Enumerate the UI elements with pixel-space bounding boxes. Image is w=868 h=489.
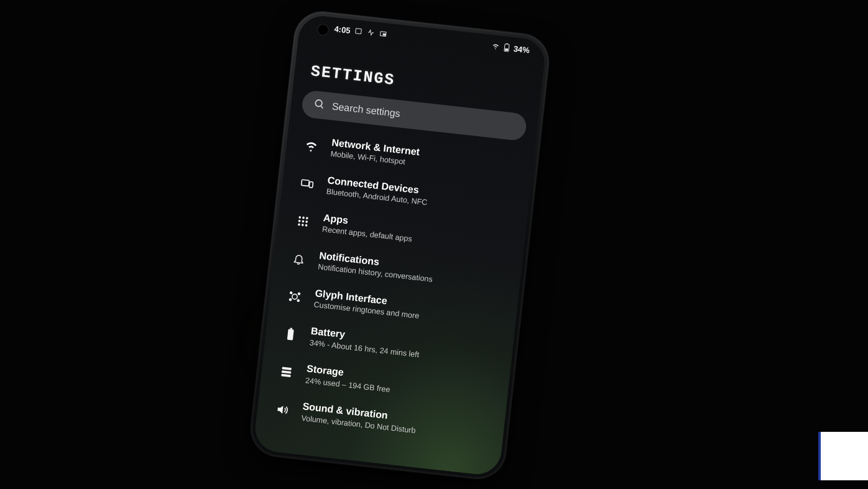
- bell-icon: [289, 249, 308, 268]
- status-bar-left: 4:05: [334, 24, 388, 39]
- apps-grid-icon: [293, 211, 313, 231]
- svg-point-13: [298, 219, 301, 222]
- wifi-icon: [302, 136, 321, 155]
- svg-rect-27: [282, 370, 291, 373]
- phone-frame: 4:05: [248, 9, 552, 482]
- svg-point-15: [305, 221, 308, 223]
- svg-rect-26: [282, 367, 292, 370]
- svg-point-11: [302, 216, 305, 219]
- svg-point-19: [292, 294, 297, 299]
- phone-screen: 4:05: [253, 14, 547, 477]
- svg-rect-9: [309, 181, 313, 188]
- svg-point-12: [306, 217, 308, 219]
- status-time: 4:05: [334, 24, 351, 35]
- volume-icon: [272, 400, 292, 419]
- svg-rect-25: [290, 327, 292, 329]
- settings-list: Network & Internet Mobile, Wi-Fi, hotspo…: [256, 124, 535, 453]
- svg-point-23: [297, 299, 299, 301]
- phone: 4:05: [248, 9, 552, 482]
- svg-point-20: [290, 292, 292, 294]
- storage-icon: [277, 362, 296, 382]
- svg-rect-28: [281, 374, 290, 377]
- status-bar-right: 34%: [491, 41, 530, 55]
- svg-point-14: [302, 220, 304, 222]
- corner-overlay: [818, 432, 868, 480]
- battery-icon: [502, 43, 511, 52]
- search-icon: [313, 98, 325, 112]
- svg-rect-0: [356, 29, 362, 34]
- svg-rect-8: [302, 180, 310, 186]
- devices-icon: [298, 174, 317, 193]
- svg-rect-5: [505, 48, 508, 51]
- battery-solid-icon: [281, 325, 300, 344]
- svg-point-18: [305, 224, 308, 226]
- glyph-icon: [285, 287, 305, 306]
- wifi-icon: [491, 42, 501, 50]
- svg-point-10: [298, 216, 301, 218]
- app-card-icon: [354, 27, 363, 35]
- search-placeholder: Search settings: [331, 101, 401, 119]
- svg-line-7: [321, 106, 323, 108]
- svg-point-22: [289, 298, 291, 300]
- pip-icon: [379, 30, 388, 38]
- svg-rect-24: [287, 329, 294, 340]
- svg-point-21: [298, 293, 300, 295]
- svg-point-17: [302, 224, 304, 226]
- svg-point-16: [298, 223, 300, 226]
- svg-rect-2: [383, 34, 386, 35]
- activity-icon: [366, 29, 376, 37]
- status-battery-text: 34%: [513, 43, 530, 55]
